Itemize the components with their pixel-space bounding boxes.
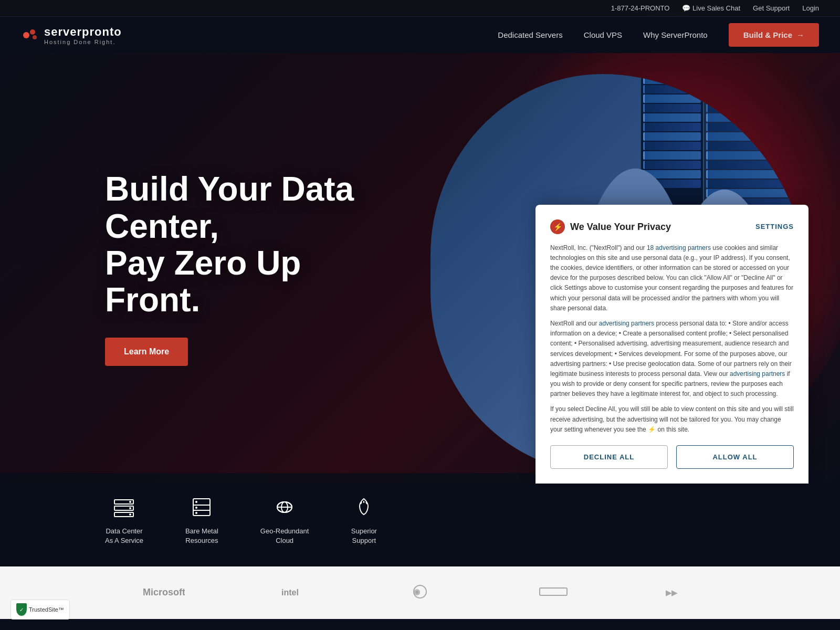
- cloud-icon: [271, 494, 298, 520]
- server-unit: [643, 76, 701, 84]
- feature-datacenter-label: Data CenterAs A Service: [105, 527, 143, 545]
- server-unit: [643, 142, 701, 150]
- features-row: Data CenterAs A Service Bare MetalResour…: [0, 473, 840, 566]
- feature-support-label: SuperiorSupport: [351, 527, 377, 545]
- privacy-settings-link[interactable]: SETTINGS: [755, 222, 794, 233]
- privacy-overlay: ⚡ We Value Your Privacy SETTINGS NextRol…: [536, 205, 808, 484]
- svg-point-8: [129, 513, 131, 516]
- advertising-partners-link-2[interactable]: advertising partners: [599, 320, 654, 327]
- feature-bare-metal: Bare MetalResources: [185, 494, 218, 545]
- svg-text:◉: ◉: [414, 587, 421, 596]
- trusted-shield-icon: ✓: [16, 603, 27, 616]
- server-unit: [706, 161, 795, 169]
- hero-title: Build Your Data Center, Pay Zero Up Fron…: [105, 171, 394, 319]
- server-unit: [643, 151, 701, 160]
- server-unit: [643, 113, 701, 122]
- server-unit: [706, 142, 795, 150]
- logo-text: serverpronto Hosting Done Right.: [44, 25, 122, 45]
- server-unit: [643, 123, 701, 131]
- feature-datacenter: Data CenterAs A Service: [105, 494, 143, 545]
- privacy-logo-icon: ⚡: [550, 219, 565, 234]
- server-unit: [643, 85, 701, 93]
- feature-bare-metal-label: Bare MetalResources: [185, 527, 218, 545]
- logo[interactable]: serverpronto Hosting Done Right.: [21, 25, 122, 45]
- partner-logo-3: ◉: [410, 584, 441, 602]
- server-unit: [706, 151, 795, 160]
- svg-point-6: [129, 501, 131, 503]
- hero-content: Build Your Data Center, Pay Zero Up Fron…: [0, 171, 394, 366]
- login-link[interactable]: Login: [802, 4, 819, 12]
- server-unit: [706, 76, 795, 84]
- server-unit: [643, 132, 701, 141]
- svg-rect-26: [540, 588, 567, 595]
- svg-text:Microsoft: Microsoft: [143, 587, 185, 597]
- server-unit: [706, 85, 795, 93]
- server-unit: [706, 94, 795, 103]
- trusted-site-label: TrustedSite™: [29, 606, 64, 613]
- svg-point-13: [195, 507, 197, 509]
- partner-logo-5: ▶▶: [666, 584, 697, 602]
- svg-text:intel: intel: [281, 588, 299, 597]
- partner-logo-1: Microsoft: [143, 584, 185, 602]
- get-support-link[interactable]: Get Support: [753, 4, 790, 12]
- feature-geo-cloud: Geo-RedundantCloud: [260, 494, 309, 545]
- server-unit: [706, 123, 795, 131]
- nav-dedicated-servers[interactable]: Dedicated Servers: [498, 30, 562, 39]
- support-icon: [351, 494, 377, 520]
- brand-name: serverpronto: [44, 25, 122, 39]
- feature-support: SuperiorSupport: [351, 494, 377, 545]
- trusted-site-badge[interactable]: ✓ TrustedSite™: [10, 600, 70, 620]
- hero-section: Build Your Data Center, Pay Zero Up Fron…: [0, 53, 840, 566]
- svg-text:▶▶: ▶▶: [666, 589, 678, 597]
- build-price-button[interactable]: Build & Price →: [729, 23, 819, 47]
- server-unit: [643, 94, 701, 103]
- partners-row: Microsoft intel ◉ ▶▶: [0, 566, 840, 619]
- svg-point-7: [129, 507, 131, 509]
- svg-point-12: [195, 501, 197, 503]
- partner-logo-2: intel: [281, 584, 313, 602]
- partner-logo-4: [538, 584, 569, 602]
- privacy-actions: DECLINE ALL ALLOW ALL: [550, 445, 794, 469]
- privacy-header: ⚡ We Value Your Privacy SETTINGS: [550, 219, 794, 235]
- svg-point-0: [23, 32, 29, 38]
- datacenter-icon: [111, 494, 137, 520]
- svg-point-1: [30, 29, 35, 35]
- hero-main: Build Your Data Center, Pay Zero Up Fron…: [0, 53, 840, 484]
- logo-icon: [21, 26, 40, 45]
- nav-cloud-vps[interactable]: Cloud VPS: [584, 30, 622, 39]
- navbar: serverpronto Hosting Done Right. Dedicat…: [0, 17, 840, 53]
- server-unit: [706, 104, 795, 112]
- feature-geo-cloud-label: Geo-RedundantCloud: [260, 527, 309, 545]
- server-unit: [706, 170, 795, 178]
- privacy-body-1: NextRoll, Inc. ("NextRoll") and our 18 a…: [550, 243, 794, 313]
- server-unit: [706, 180, 795, 188]
- advertising-partners-link-1[interactable]: 18 advertising partners: [647, 244, 711, 251]
- privacy-body-3: If you select Decline All, you will stil…: [550, 404, 794, 435]
- advertising-partners-link-3[interactable]: advertising partners: [730, 370, 785, 377]
- svg-point-14: [195, 512, 197, 514]
- server-icon: [188, 494, 215, 520]
- brand-tagline: Hosting Done Right.: [44, 39, 122, 45]
- nav-why-serverpronto[interactable]: Why ServerPronto: [643, 30, 708, 39]
- privacy-icon-inline: ⚡: [648, 426, 657, 433]
- learn-more-button[interactable]: Learn More: [105, 338, 188, 366]
- privacy-body-2: NextRoll and our advertising partners pr…: [550, 319, 794, 400]
- allow-all-button[interactable]: ALLOW ALL: [676, 445, 794, 469]
- nav-links: Dedicated Servers Cloud VPS Why ServerPr…: [498, 23, 819, 47]
- privacy-title: We Value Your Privacy: [570, 219, 671, 235]
- decline-all-button[interactable]: DECLINE ALL: [550, 445, 668, 469]
- svg-point-2: [33, 35, 37, 39]
- server-unit: [643, 104, 701, 112]
- server-unit: [643, 161, 701, 169]
- privacy-title-area: ⚡ We Value Your Privacy: [550, 219, 671, 235]
- server-unit: [706, 113, 795, 122]
- server-unit: [706, 132, 795, 141]
